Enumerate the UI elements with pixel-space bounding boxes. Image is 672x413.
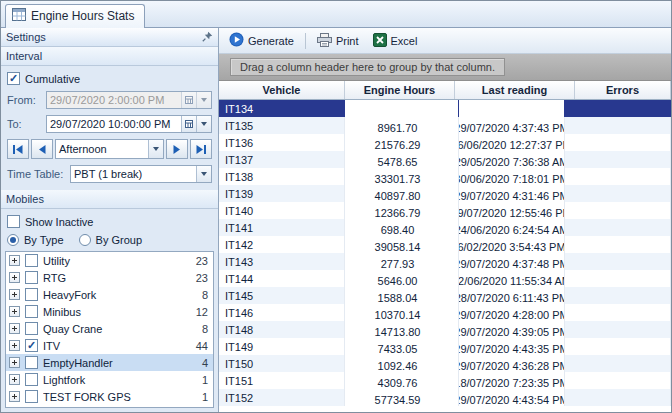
time-table-combo[interactable]: PBT (1 break) [70,165,212,183]
grid-row-it136[interactable]: IT13621576.2926/06/2020 12:27:37 PM [219,134,671,151]
report-panel: Generate Print Excel Drag a colum [219,28,671,412]
type-checkbox[interactable] [25,390,38,403]
from-date-input[interactable]: 29/07/2020 2:00:00 PM [46,91,212,109]
cell-last-reading: 29/07/2020 4:36:28 PM [459,355,565,372]
to-dropdown-button[interactable] [196,116,211,132]
expand-plus-icon[interactable] [9,272,20,283]
excel-button[interactable]: Excel [367,30,424,52]
prev-period-button[interactable] [31,139,53,159]
grid-row-it150[interactable]: IT1501092.4629/07/2020 4:36:28 PM [219,355,671,372]
cell-engine-hours: 286061.70 [345,100,459,117]
cell-last-reading: 29/07/2020 4:37:48 PM [459,253,565,270]
mobile-type-row-utility[interactable]: Utility23 [6,252,213,269]
last-period-button[interactable] [190,139,212,159]
mobile-type-row-test-fork-gps[interactable]: TEST FORK GPS1 [6,388,213,405]
mobile-type-row-itv[interactable]: ITV44 [6,337,213,354]
grid-row-it152[interactable]: IT15257734.5929/07/2020 4:43:54 PM [219,389,671,406]
grid-row-it144[interactable]: IT1445646.0012/06/2020 11:55:34 AM [219,270,671,287]
expand-plus-icon[interactable] [9,289,20,300]
type-count: 1 [202,391,208,403]
cell-errors [565,304,671,321]
cumulative-checkbox[interactable] [7,72,20,85]
generate-button[interactable]: Generate [223,29,300,52]
cell-vehicle: IT134 [219,100,345,117]
calendar-icon[interactable] [181,92,196,108]
cell-last-reading: 12/06/2020 11:55:34 AM [459,270,565,287]
to-date-input[interactable]: 29/07/2020 10:00:00 PM [46,115,212,133]
by-group-radio[interactable] [79,234,91,246]
grid-row-it142[interactable]: IT14239058.146/02/2020 3:54:43 PM [219,236,671,253]
type-label: Utility [43,255,191,267]
pin-icon[interactable] [202,31,213,44]
type-checkbox[interactable] [25,271,38,284]
to-value: 29/07/2020 10:00:00 PM [47,118,181,130]
mobile-type-row-emptyhandler[interactable]: EmptyHandler4 [6,354,213,371]
mobile-type-row-heavyfork[interactable]: HeavyFork8 [6,286,213,303]
from-dropdown-button[interactable] [196,92,211,108]
grid-row-it149[interactable]: IT1497433.0529/07/2020 4:43:35 PM [219,338,671,355]
period-nav-row: Afternoon [1,139,218,159]
period-dropdown-button[interactable] [148,140,163,158]
cell-errors [565,185,671,202]
cell-last-reading: 29/05/2020 7:36:38 AM [459,151,565,168]
print-button[interactable]: Print [311,30,365,52]
cell-last-reading: 30/06/2020 7:18:01 PM [459,168,565,185]
grid-row-it143[interactable]: IT143277.9329/07/2020 4:37:48 PM [219,253,671,270]
expand-plus-icon[interactable] [9,306,20,317]
cell-vehicle: IT148 [219,321,345,338]
mobile-type-row-rtg[interactable]: RTG23 [6,269,213,286]
cell-errors [565,372,671,389]
column-header-last-reading[interactable]: Last reading [455,81,575,99]
column-header-vehicle[interactable]: Vehicle [219,81,345,99]
type-checkbox[interactable] [25,373,38,386]
next-period-button[interactable] [166,139,188,159]
grid-row-it139[interactable]: IT13940897.8029/07/2020 4:31:46 PM [219,185,671,202]
mobile-type-row-lightfork[interactable]: Lightfork1 [6,371,213,388]
grid-row-it134[interactable]: IT134286061.7019/05/2020 11:23:37 AM [219,100,671,117]
expand-plus-icon[interactable] [9,374,20,385]
tab-engine-hours-stats[interactable]: Engine Hours Stats [5,4,145,28]
chevron-down-icon [201,172,207,176]
time-table-dropdown-button[interactable] [196,166,211,182]
period-combo[interactable]: Afternoon [55,139,164,159]
expand-plus-icon[interactable] [9,357,20,368]
type-checkbox[interactable] [25,305,38,318]
grid-row-it137[interactable]: IT1375478.6529/05/2020 7:36:38 AM [219,151,671,168]
settings-title: Settings [6,31,46,43]
cell-errors [565,151,671,168]
cell-vehicle: IT140 [219,202,345,219]
grid-row-it140[interactable]: IT14012366.7929/07/2020 12:55:46 PM [219,202,671,219]
type-checkbox[interactable] [25,288,38,301]
grid-row-it135[interactable]: IT1358961.7029/07/2020 4:37:43 PM [219,117,671,134]
grid-row-it146[interactable]: IT14610370.1429/07/2020 4:28:00 PM [219,304,671,321]
grid-row-it145[interactable]: IT1451588.0428/07/2020 6:11:43 PM [219,287,671,304]
show-inactive-checkbox[interactable] [7,215,20,228]
group-by-bar[interactable]: Drag a column header here to group by th… [219,54,671,81]
tab-label: Engine Hours Stats [31,9,134,23]
cell-vehicle: IT151 [219,372,345,389]
expand-plus-icon[interactable] [9,255,20,266]
type-checkbox[interactable] [25,339,38,352]
type-checkbox[interactable] [25,322,38,335]
mobile-type-row-quay-crane[interactable]: Quay Crane8 [6,320,213,337]
first-period-button[interactable] [7,139,29,159]
mobile-type-row-minibus[interactable]: Minibus12 [6,303,213,320]
expand-plus-icon[interactable] [9,391,20,402]
calendar-icon[interactable] [181,116,196,132]
type-checkbox[interactable] [25,254,38,267]
grid-row-it148[interactable]: IT14814713.8029/07/2020 4:39:05 PM [219,321,671,338]
grid-row-it141[interactable]: IT141698.4024/06/2020 6:24:54 AM [219,219,671,236]
column-header-engine-hours[interactable]: Engine Hours [345,81,455,99]
grid-row-it138[interactable]: IT13833301.7330/06/2020 7:18:01 PM [219,168,671,185]
type-checkbox[interactable] [25,356,38,369]
printer-icon [317,33,332,49]
grid-row-it151[interactable]: IT1514309.7618/07/2020 7:23:35 PM [219,372,671,389]
expand-plus-icon[interactable] [9,340,20,351]
type-count: 23 [196,255,208,267]
cell-engine-hours: 40897.80 [345,185,459,202]
type-count: 8 [202,289,208,301]
by-type-radio[interactable] [7,234,19,246]
column-header-errors[interactable]: Errors [575,81,671,99]
cell-last-reading: 29/07/2020 12:55:46 PM [459,202,565,219]
expand-plus-icon[interactable] [9,323,20,334]
